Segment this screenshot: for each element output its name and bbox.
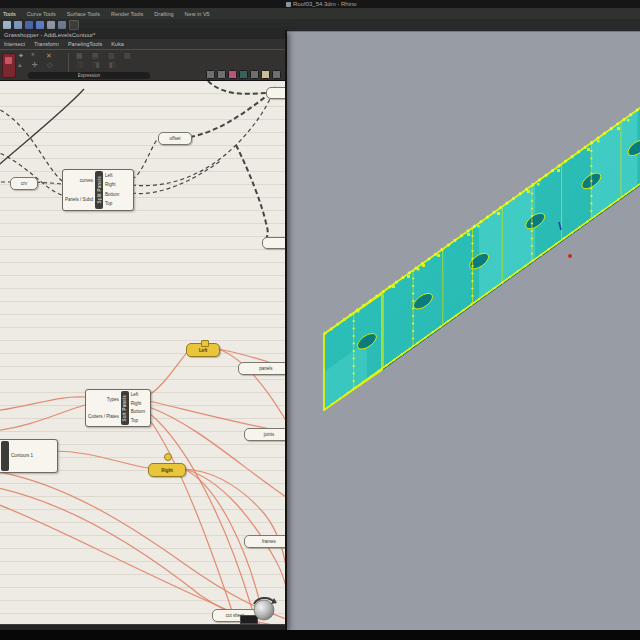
canvas-compass-widget[interactable] bbox=[250, 595, 278, 623]
param-capsule-offset[interactable]: offset bbox=[158, 132, 192, 145]
input-label[interactable]: Cutters / Plates bbox=[88, 414, 119, 420]
component-icon[interactable]: ◇ bbox=[47, 61, 52, 69]
output-label[interactable]: Left bbox=[131, 392, 139, 398]
capsule-label: frames bbox=[262, 539, 276, 544]
grasshopper-menubar: Intersect Transform PanelingTools Kuka bbox=[0, 39, 285, 50]
palette-category-strip[interactable]: Expression bbox=[28, 72, 150, 79]
output-label[interactable]: Bottom bbox=[131, 409, 145, 415]
output-label[interactable]: Bottom bbox=[105, 192, 119, 198]
relay-left[interactable]: Left bbox=[186, 343, 220, 357]
component-sort-panels[interactable]: Types Cutters / Plates Sort Panels Left … bbox=[85, 389, 151, 427]
edge-capsule-frames[interactable]: frames bbox=[244, 535, 285, 548]
canvas-toolbar bbox=[206, 70, 281, 79]
output-label[interactable]: Top bbox=[131, 418, 138, 424]
pan-icon[interactable] bbox=[69, 20, 79, 30]
capsule-label: Left bbox=[199, 348, 207, 353]
open-file-icon[interactable] bbox=[14, 21, 22, 29]
output-label[interactable]: Right bbox=[105, 182, 116, 188]
input-label[interactable]: Types bbox=[107, 397, 119, 403]
gh-menu-transform[interactable]: Transform bbox=[34, 41, 59, 47]
grasshopper-component-palette: ✦ ✶ ✕ ▴ ✛ ◇ ▦ ▤ ▥ ▧ ◫ ◨ ◧ Expression bbox=[0, 50, 285, 81]
capsule-label: crv bbox=[21, 181, 27, 186]
grasshopper-title-text: Grasshopper - AddLevelsContour* bbox=[4, 32, 95, 38]
capsule-label: Right bbox=[161, 468, 173, 473]
param-capsule-crv[interactable]: crv bbox=[10, 177, 38, 190]
relay-nub bbox=[201, 340, 209, 347]
component-inputs: curves Panels / Subd bbox=[63, 170, 95, 210]
edge-capsule-panels[interactable]: panels bbox=[238, 362, 285, 375]
rhino-tab-curve-tools[interactable]: Curve Tools bbox=[27, 11, 56, 17]
rhino-window-title: Roof03_54.3dm - Rhino bbox=[286, 0, 357, 8]
component-name: Split Panels bbox=[97, 176, 102, 203]
output-label[interactable]: Contours 1 bbox=[11, 453, 33, 459]
component-icon[interactable]: ✛ bbox=[32, 61, 38, 69]
grasshopper-canvas[interactable]: crv curves Panels / Subd Split Panels Le… bbox=[0, 81, 285, 624]
input-label[interactable]: Panels / Subd bbox=[65, 197, 93, 203]
rhino-toolbar-tabs: Tools Curve Tools Surface Tools Render T… bbox=[0, 8, 640, 19]
component-outputs: Left Right Bottom Top bbox=[103, 170, 121, 210]
rhino-window-title-text: Roof03_54.3dm - Rhino bbox=[293, 0, 357, 8]
save-icon[interactable] bbox=[25, 21, 33, 29]
capsule-label: panels bbox=[259, 366, 272, 371]
edge-capsule-joints[interactable]: joints bbox=[244, 428, 285, 441]
undo-icon[interactable] bbox=[58, 21, 66, 29]
gumball-red-dot[interactable] bbox=[568, 254, 572, 258]
component-icon[interactable]: ▥ bbox=[108, 52, 115, 60]
compass-icon bbox=[250, 595, 278, 623]
copy-icon[interactable] bbox=[47, 21, 55, 29]
component-name-bar[interactable]: Split Panels bbox=[95, 171, 103, 209]
component-split-panels[interactable]: curves Panels / Subd Split Panels Left R… bbox=[62, 169, 134, 211]
edge-capsule[interactable] bbox=[266, 87, 285, 99]
relay-dot[interactable] bbox=[164, 453, 172, 461]
component-icon[interactable]: ◨ bbox=[93, 61, 100, 69]
canvas-tool-icon[interactable] bbox=[250, 70, 259, 79]
canvas-tool-icon[interactable] bbox=[217, 70, 226, 79]
wires-layer bbox=[0, 81, 285, 624]
component-contours[interactable]: Contours 1 bbox=[0, 439, 58, 473]
edge-capsule[interactable] bbox=[262, 237, 285, 249]
component-icon[interactable]: ▤ bbox=[92, 52, 99, 60]
component-category-icon[interactable] bbox=[2, 53, 16, 78]
gh-menu-intersect[interactable]: Intersect bbox=[4, 41, 25, 47]
grasshopper-titlebar[interactable]: Grasshopper - AddLevelsContour* bbox=[0, 30, 285, 39]
rhino-window-titlebar[interactable]: Roof03_54.3dm - Rhino bbox=[0, 0, 640, 8]
output-label[interactable]: Left bbox=[105, 173, 113, 179]
grasshopper-window: Grasshopper - AddLevelsContour* Intersec… bbox=[0, 30, 287, 630]
component-icon[interactable]: ◫ bbox=[77, 61, 84, 69]
output-label[interactable]: Top bbox=[105, 201, 112, 207]
rhino-viewport[interactable] bbox=[287, 31, 640, 631]
relay-right[interactable]: Right bbox=[148, 463, 186, 477]
print-icon[interactable] bbox=[36, 21, 44, 29]
component-icon[interactable]: ▴ bbox=[18, 61, 22, 69]
component-icon[interactable]: ◧ bbox=[109, 61, 116, 69]
component-name-bar[interactable] bbox=[1, 441, 9, 471]
input-label[interactable]: curves bbox=[80, 178, 93, 184]
gh-menu-kuka[interactable]: Kuka bbox=[111, 41, 124, 47]
component-inputs: Types Cutters / Plates bbox=[86, 390, 121, 426]
taskbar[interactable] bbox=[0, 630, 640, 640]
model-beam-3d bbox=[287, 32, 640, 631]
component-icon[interactable]: ▦ bbox=[76, 52, 83, 60]
component-icon[interactable]: ▧ bbox=[124, 52, 131, 60]
gh-menu-panelingtools[interactable]: PanelingTools bbox=[68, 41, 102, 47]
rhino-tab-surface-tools[interactable]: Surface Tools bbox=[67, 11, 100, 17]
component-icon[interactable]: ✦ bbox=[18, 52, 24, 60]
component-icon[interactable]: ✶ bbox=[30, 51, 36, 59]
canvas-tool-icon[interactable] bbox=[272, 70, 281, 79]
canvas-tool-magenta-icon[interactable] bbox=[228, 70, 237, 79]
component-name: Sort Panels bbox=[122, 395, 127, 422]
output-label[interactable]: Right bbox=[131, 401, 142, 407]
rhino-tab-tools[interactable]: Tools bbox=[3, 11, 16, 17]
rhino-tab-new-in-v5[interactable]: New in V5 bbox=[185, 11, 210, 17]
palette-category-label: Expression bbox=[78, 73, 100, 78]
new-file-icon[interactable] bbox=[3, 21, 11, 29]
component-icon[interactable]: ✕ bbox=[46, 52, 52, 60]
component-outputs: Left Right Bottom Top bbox=[129, 390, 147, 426]
component-name-bar[interactable]: Sort Panels bbox=[121, 391, 129, 425]
canvas-tool-icon[interactable] bbox=[206, 70, 215, 79]
canvas-tool-teal-icon[interactable] bbox=[239, 70, 248, 79]
rhino-tab-render-tools[interactable]: Render Tools bbox=[111, 11, 143, 17]
rhino-tab-drafting[interactable]: Drafting bbox=[154, 11, 173, 17]
canvas-tool-beige-icon[interactable] bbox=[261, 70, 270, 79]
rhino-app-icon bbox=[286, 2, 291, 7]
